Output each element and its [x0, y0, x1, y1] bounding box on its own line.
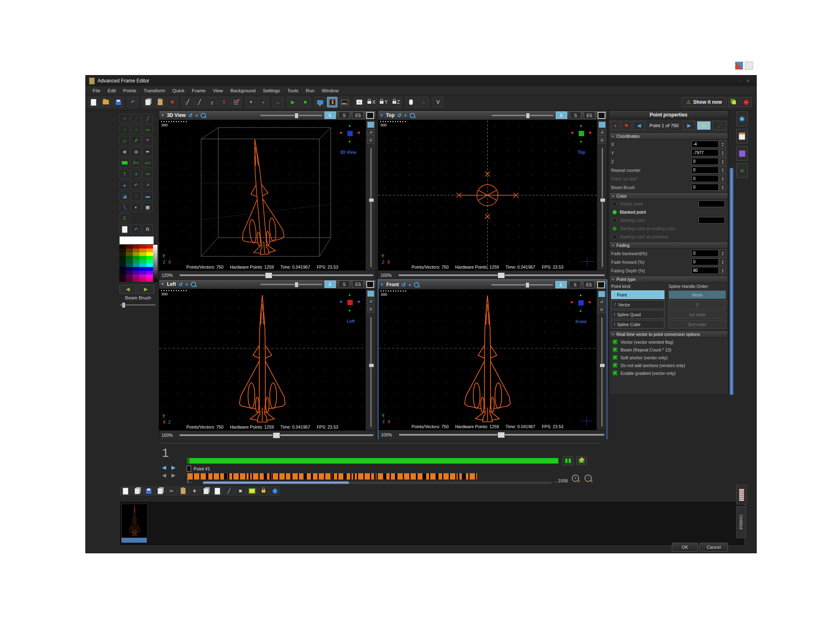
realtime-section-header[interactable]: Real time vector to point conversion opt…	[609, 331, 728, 338]
gizmo[interactable]: ▲▲▶◀	[572, 294, 590, 312]
copy-button[interactable]	[142, 97, 153, 107]
move-tool[interactable]: +	[119, 180, 130, 190]
order-second-button[interactable]: 2nd order	[669, 320, 726, 329]
lines-tool[interactable]: ≡	[131, 169, 142, 179]
checkbox-icon[interactable]: ✓	[612, 339, 618, 345]
menu-transform[interactable]: Transform	[140, 87, 169, 94]
roller-tool[interactable]: ▬	[142, 191, 153, 201]
menu-file[interactable]: File	[89, 87, 104, 94]
view-slider[interactable]	[260, 115, 322, 116]
save-file-button[interactable]	[113, 97, 123, 107]
collapse-icon[interactable]: ▼	[380, 283, 384, 287]
clean-frame-button[interactable]: ╱	[224, 486, 234, 495]
pen-tool[interactable]: ✒	[142, 147, 153, 157]
measure-tool[interactable]: ↦	[142, 169, 153, 179]
brush-tool[interactable]: ✐	[131, 136, 142, 146]
open-file-button[interactable]	[100, 97, 111, 107]
point-on-line-input[interactable]: 0	[692, 175, 719, 182]
viewport-left-header[interactable]: ▼ Left ↺ + E S ES	[159, 280, 376, 289]
y-spinner[interactable]: ▲▼	[719, 149, 726, 157]
menu-background[interactable]: Background	[227, 87, 259, 94]
checkbox-icon[interactable]: ✓	[612, 355, 618, 360]
horizontal-move-button[interactable]: ↔	[273, 97, 283, 107]
dotted-line-tool[interactable]: ⋰	[131, 114, 142, 123]
monitor-button[interactable]	[315, 97, 325, 107]
menu-frame[interactable]: Frame	[188, 87, 209, 94]
viewport-3d-header[interactable]: ▼ 3D View ↺ + E S ES	[159, 111, 376, 120]
frame-mode-icon[interactable]	[366, 112, 374, 119]
frame-thumbnail-strip[interactable]	[120, 502, 744, 545]
replace-frame-button[interactable]	[201, 486, 211, 495]
fading-depth-spinner[interactable]: ▲▼	[719, 267, 726, 274]
frame-info-button[interactable]: i	[269, 486, 280, 495]
beam-brush-input[interactable]: 0	[692, 184, 719, 191]
strip-rotate-button[interactable]: ↺	[598, 299, 605, 305]
spray-tool[interactable]: ∴	[131, 191, 142, 201]
point-type-section-header[interactable]: Point type	[609, 276, 728, 283]
rotate-view-icon[interactable]: ↺	[188, 112, 193, 119]
collapse-icon[interactable]: ▼	[161, 113, 164, 117]
undo-color-tool[interactable]: ↶	[131, 224, 142, 234]
vector-flag-checkbox-row[interactable]: ✓ Vector (vector oriented flag)	[609, 338, 728, 346]
beam-brush-slider-handle[interactable]	[122, 302, 126, 308]
frame-duration-bar[interactable]	[187, 458, 559, 464]
rotate-view-icon[interactable]: ↺	[402, 282, 406, 288]
view-slider-handle[interactable]	[526, 113, 530, 119]
prev-color-button[interactable]: ◀	[119, 285, 136, 294]
timeline-scrollbar-thumb[interactable]	[203, 482, 349, 484]
fade-backward-input[interactable]: 0	[692, 250, 719, 257]
paint-bucket-tool[interactable]: ◪	[119, 191, 130, 201]
lock-frame-button[interactable]	[258, 486, 269, 495]
y-input[interactable]: -7977	[692, 149, 719, 156]
starting-previous-option[interactable]: Starting color as previous	[609, 233, 728, 241]
strip-d-button[interactable]: D	[598, 137, 606, 144]
strip-d-button[interactable]: D	[367, 306, 374, 313]
zoom-in-button[interactable]: +	[572, 475, 579, 482]
strip-rotate-button[interactable]: ↺	[598, 129, 606, 136]
mode-e-button[interactable]: E	[324, 112, 336, 119]
vector-mode-toggle[interactable]: ⋰	[712, 121, 726, 130]
view-slider[interactable]	[260, 284, 322, 285]
coordinates-section-header[interactable]: Coordinates	[609, 132, 728, 140]
fade-backward-spinner[interactable]: ▲▼	[719, 249, 726, 257]
enable-gradient-checkbox-row[interactable]: ✓ Enable gradient (vector only)	[609, 369, 728, 377]
strip-select-button[interactable]	[598, 121, 606, 128]
projection-zones-button[interactable]	[327, 97, 338, 107]
save-frame-button[interactable]	[143, 486, 154, 495]
strip-select-button[interactable]	[367, 121, 374, 128]
canvas-3d[interactable]: 300 ▲▲▶◀ 3D View Y Z	[159, 120, 365, 270]
frame-properties-tab[interactable]	[736, 129, 748, 144]
zoom-slider-handle[interactable]	[498, 432, 505, 438]
viewport-left[interactable]: ▼ Left ↺ + E S ES 300	[159, 279, 376, 439]
viewport-3d[interactable]: ▼ 3D View ↺ + E S ES 300	[159, 110, 376, 279]
next-point-arrow[interactable]: ▶	[171, 464, 176, 470]
zoom-slider[interactable]	[180, 274, 373, 276]
zoom-slider-handle[interactable]	[273, 432, 280, 438]
rotate-view-icon[interactable]: ↺	[178, 281, 183, 288]
order-zero-button[interactable]: 0	[669, 300, 726, 309]
cut-tool[interactable]: CUT	[142, 158, 153, 168]
next-frame-arrow[interactable]: ▶	[171, 472, 176, 478]
mode-e-button[interactable]: E	[324, 281, 336, 288]
strip-select-button[interactable]	[367, 290, 374, 297]
preview-window-button[interactable]	[339, 97, 350, 107]
document-tab-icon-button[interactable]	[736, 485, 747, 504]
prev-point-button[interactable]: ◀	[633, 121, 645, 130]
dot-tool[interactable]: •	[119, 114, 130, 123]
rotate-tool[interactable]: ↶	[131, 180, 142, 190]
starting-color-option[interactable]: Starting color	[609, 216, 728, 224]
cancel-button[interactable]: Cancel	[699, 543, 728, 552]
zoom-view-icon[interactable]	[414, 282, 419, 288]
crosshair-button[interactable]: +	[246, 97, 256, 107]
stop-output-button[interactable]: −	[741, 97, 751, 107]
vertical-slider-handle[interactable]	[369, 363, 374, 368]
polygon-tool[interactable]: ◇	[119, 136, 130, 146]
mouse-input-button[interactable]	[406, 97, 416, 107]
menu-quick[interactable]: Quick	[169, 87, 188, 94]
view-slider-handle[interactable]	[294, 282, 299, 288]
beam-brush-slider[interactable]	[120, 304, 155, 306]
point-on-line-spinner[interactable]: ▲▼	[719, 175, 726, 183]
menu-settings[interactable]: Settings	[259, 87, 284, 94]
zoom-slider-handle[interactable]	[265, 272, 272, 278]
paste-button[interactable]	[155, 97, 165, 107]
